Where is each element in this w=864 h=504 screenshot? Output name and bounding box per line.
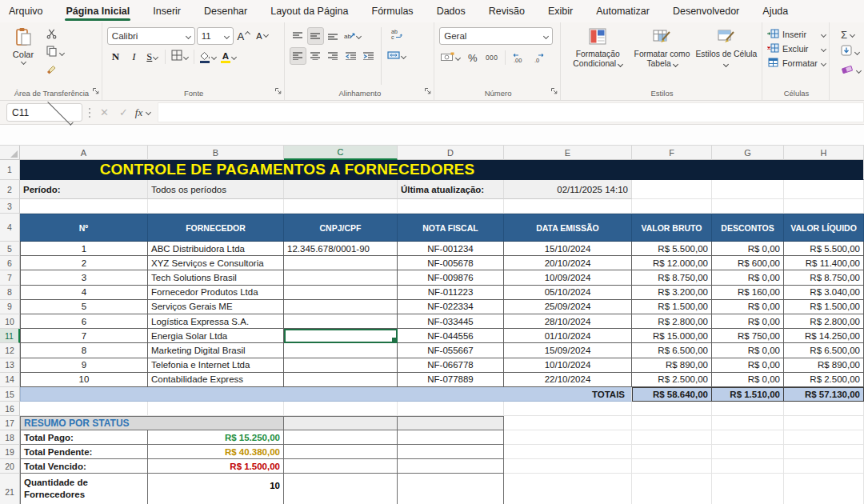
cell-D5[interactable]: NF-001234 (398, 242, 504, 256)
insert-cells-button[interactable]: Inserir (767, 29, 826, 40)
delete-cells-button[interactable]: Excluir (767, 43, 826, 54)
menu-dados[interactable]: Dados (436, 2, 466, 22)
cell-H16[interactable] (784, 402, 864, 416)
decrease-font-button[interactable]: A (254, 27, 270, 45)
table-header-E[interactable]: DATA EMISSÃO (504, 214, 632, 242)
cell-E5[interactable]: 15/10/2024 (504, 242, 632, 256)
cell-F14[interactable]: R$ 2.500,00 (632, 373, 712, 387)
row-header-11[interactable]: 11 (0, 329, 20, 343)
align-center-button[interactable] (307, 47, 324, 65)
increase-decimal-button[interactable]: .00 (510, 49, 527, 66)
cell-C21[interactable] (284, 474, 398, 504)
cell-C2[interactable] (284, 180, 398, 199)
row-header-16[interactable]: 16 (0, 402, 20, 416)
summary-label-21[interactable]: Quantidade de Fornecedores (20, 474, 148, 504)
cell-C14[interactable] (284, 373, 398, 387)
conditional-formatting-button[interactable]: Formatação Condicional (566, 26, 630, 69)
cell-H5[interactable]: R$ 5.500,00 (784, 242, 864, 256)
decrease-indent-button[interactable] (342, 47, 359, 65)
column-header-A[interactable]: A (20, 146, 148, 160)
cell-G8[interactable]: R$ 160,00 (712, 286, 784, 300)
summary-label-20[interactable]: Total Vencido: (20, 459, 148, 474)
cell-E17[interactable] (504, 416, 632, 430)
cell-E19[interactable] (504, 445, 632, 459)
number-dialog-launcher-icon[interactable] (550, 83, 558, 98)
cell-E8[interactable]: 05/10/2024 (504, 286, 632, 300)
cell-H17[interactable] (784, 416, 864, 430)
cell-E13[interactable]: 10/10/2024 (504, 358, 632, 373)
cell-D20[interactable] (398, 459, 504, 474)
format-painter-button[interactable] (46, 63, 64, 78)
accounting-format-button[interactable] (439, 49, 462, 66)
cell-F15[interactable]: R$ 58.640,00 (632, 387, 712, 402)
cell-F20[interactable] (632, 459, 712, 474)
row-header-5[interactable]: 5 (0, 242, 20, 256)
align-bottom-button[interactable] (325, 27, 342, 45)
cell-E2[interactable]: 02/11/2025 14:10 (504, 180, 632, 199)
column-header-H[interactable]: H (784, 146, 864, 160)
cell-H18[interactable] (784, 430, 864, 445)
copy-button[interactable] (46, 46, 64, 60)
cell-D7[interactable]: NF-009876 (398, 270, 504, 285)
menu-fórmulas[interactable]: Fórmulas (371, 2, 414, 22)
cell-G5[interactable]: R$ 0,00 (712, 242, 784, 256)
cell-E18[interactable] (504, 430, 632, 445)
cell-G19[interactable] (712, 445, 784, 459)
increase-font-button[interactable]: A (235, 27, 252, 45)
cell-H15[interactable]: R$ 57.130,00 (784, 387, 864, 402)
row-header-13[interactable]: 13 (0, 358, 20, 373)
cell-H9[interactable]: R$ 1.500,00 (784, 300, 864, 314)
cell-F9[interactable]: R$ 1.500,00 (632, 300, 712, 314)
percent-style-button[interactable]: % (464, 49, 481, 66)
cell-F13[interactable]: R$ 890,00 (632, 358, 712, 373)
cell-totals-label[interactable]: TOTAIS (20, 387, 632, 402)
cell-B3[interactable] (148, 199, 284, 214)
autosum-button[interactable]: Σ (841, 29, 861, 41)
cell-H20[interactable] (784, 459, 864, 474)
menu-exibir[interactable]: Exibir (547, 2, 574, 22)
cell-C18[interactable] (284, 430, 398, 445)
column-header-G[interactable]: G (712, 146, 784, 160)
cell-G14[interactable]: R$ 0,00 (712, 373, 784, 387)
table-header-D[interactable]: NOTA FISCAL (398, 214, 504, 242)
summary-value-19[interactable]: R$ 40.380,00 (148, 445, 284, 459)
summary-label-18[interactable]: Total Pago: (20, 430, 148, 445)
cell-E3[interactable] (504, 199, 632, 214)
cell-H19[interactable] (784, 445, 864, 459)
insert-function-icon[interactable]: fx (135, 106, 142, 119)
cell-D3[interactable] (398, 199, 504, 214)
row-header-6[interactable]: 6 (0, 256, 20, 270)
cell-H8[interactable]: R$ 3.040,00 (784, 286, 864, 300)
cell-E6[interactable]: 20/10/2024 (504, 256, 632, 270)
clipboard-dialog-launcher-icon[interactable] (92, 83, 99, 98)
merge-center-button[interactable] (386, 47, 407, 65)
cell-F8[interactable]: R$ 3.200,00 (632, 286, 712, 300)
cell-G9[interactable]: R$ 0,00 (712, 300, 784, 314)
cell-E14[interactable]: 22/10/2024 (504, 373, 632, 387)
cell-C17[interactable] (284, 416, 398, 430)
cell-B7[interactable]: Tech Solutions Brasil (148, 270, 284, 285)
cell-D13[interactable]: NF-066778 (398, 358, 504, 373)
cell-H6[interactable]: R$ 11.400,00 (784, 256, 864, 270)
row-header-12[interactable]: 12 (0, 343, 20, 358)
cell-C5[interactable]: 12.345.678/0001-90 (284, 242, 398, 256)
summary-value-18[interactable]: R$ 15.250,00 (148, 430, 284, 445)
row-header-2[interactable]: 2 (0, 180, 20, 199)
cell-E12[interactable]: 15/09/2024 (504, 343, 632, 358)
font-name-select[interactable]: Calibri (107, 27, 195, 45)
wrap-text-button[interactable]: abc (386, 27, 407, 45)
cell-E11[interactable]: 01/10/2024 (504, 329, 632, 343)
cell-C6[interactable] (284, 256, 398, 270)
cell-D10[interactable]: NF-033445 (398, 314, 504, 329)
table-header-H[interactable]: VALOR LÍQUIDO (784, 214, 864, 242)
cell-F5[interactable]: R$ 5.500,00 (632, 242, 712, 256)
cell-F11[interactable]: R$ 15.000,00 (632, 329, 712, 343)
row-header-3[interactable]: 3 (0, 199, 20, 214)
cell-H14[interactable]: R$ 2.500,00 (784, 373, 864, 387)
cell-F17[interactable] (632, 416, 712, 430)
cell-styles-button[interactable]: Estilos de Célula (694, 26, 758, 69)
number-format-select[interactable]: Geral (439, 27, 553, 45)
cell-E9[interactable]: 25/09/2024 (504, 300, 632, 314)
cell-F12[interactable]: R$ 6.500,00 (632, 343, 712, 358)
cell-C3[interactable] (284, 199, 398, 214)
